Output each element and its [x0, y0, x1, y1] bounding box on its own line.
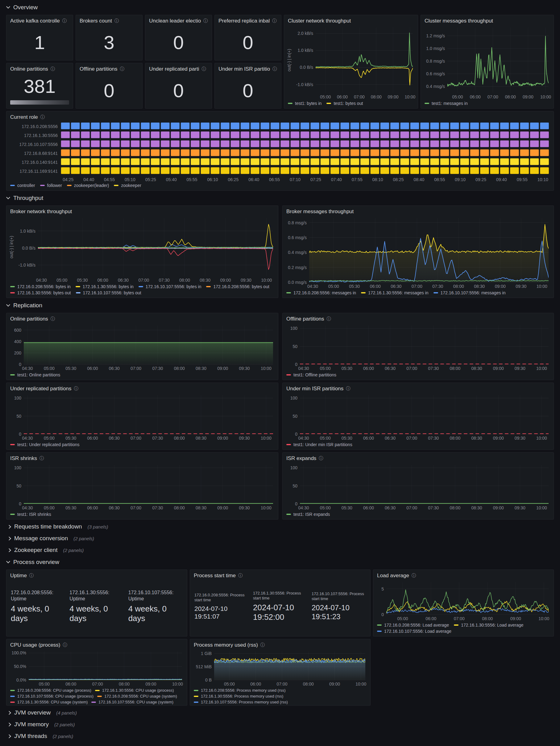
legend-item[interactable]: test1: Offline partitions	[286, 372, 336, 377]
legend-item[interactable]: 172.16.10.107:5556: bytes out	[76, 290, 141, 295]
section-jvm-overview[interactable]: JVM overview (4 panels)	[6, 708, 554, 717]
process-start-stat: 172.16.1.30:5556: Process start time 202…	[253, 580, 307, 633]
legend-item[interactable]: 172.16.1.30:5556: messages in	[361, 290, 428, 295]
process-start-stat: 172.16.10.107:5556: Process start time 2…	[312, 580, 366, 633]
legend-item[interactable]: 172.16.0.208:5556: CPU usage (system)	[97, 694, 177, 698]
svg-text:07:00: 07:00	[276, 682, 287, 686]
cluster-messages-chart[interactable]: 0.4 msg/s0.6 msg/s0.8 msg/s1.0 msg/s1.2 …	[423, 25, 552, 100]
legend-item[interactable]: 172.16.0.208:5556: bytes out	[206, 284, 269, 289]
under-min-isr-chart[interactable]: 05010004:3005:0005:3006:0006:3007:0007:3…	[284, 393, 552, 441]
legend-item[interactable]: 172.16.1.30:5556: Process memory used (r…	[194, 694, 283, 698]
section-overview[interactable]: Overview	[6, 2, 554, 12]
svg-text:10:00: 10:00	[261, 436, 272, 440]
legend-item[interactable]: zookeeper	[114, 183, 141, 188]
section-zookeeper-client[interactable]: Zookeeper client (2 panels)	[6, 545, 554, 555]
offline-partitions-chart[interactable]: 05010004:3005:0005:3006:0006:3007:0007:3…	[284, 323, 552, 372]
info-icon[interactable]: ⓘ	[412, 573, 416, 578]
info-icon[interactable]: ⓘ	[63, 642, 67, 648]
legend-item[interactable]: 172.16.10.107:5556: messages in	[433, 290, 506, 295]
section-requests-time-breakdown[interactable]: Requests time breakdown (3 panels)	[6, 522, 554, 531]
info-icon[interactable]: ⓘ	[272, 18, 276, 24]
isr-shrinks-chart[interactable]: 05010004:3005:0005:3006:0006:3007:0007:3…	[8, 462, 276, 511]
section-jvm-threads[interactable]: JVM threads (2 panels)	[6, 731, 554, 741]
panel-title: Cluster messages throughput	[424, 18, 493, 24]
legend-item[interactable]: 172.16.10.107:5556: Load average	[377, 629, 451, 634]
info-icon[interactable]: ⓘ	[319, 456, 323, 461]
panel-header: Uptimeⓘ	[6, 570, 187, 580]
legend-item[interactable]: 172.16.0.208:5556: messages in	[286, 290, 356, 295]
legend-swatch	[10, 701, 15, 703]
legend-swatch	[10, 696, 15, 697]
legend-item[interactable]: follower	[40, 183, 62, 188]
info-icon[interactable]: ⓘ	[203, 18, 208, 24]
legend-item[interactable]: 172.16.10.107:5556: Process memory used …	[194, 700, 288, 705]
legend-item[interactable]: 172.16.10.107:5556: CPU usage (process)	[10, 694, 93, 698]
legend-item[interactable]: 172.16.1.30:5556: CPU usage (system)	[10, 700, 88, 705]
info-icon[interactable]: ⓘ	[51, 316, 55, 322]
legend-item[interactable]: test1: Under min ISR partitions	[286, 442, 352, 447]
legend-item[interactable]: zookeeper(leader)	[67, 183, 109, 188]
broker-messages-chart[interactable]: 0.0 msg/s0.2 msg/s0.4 msg/s0.6 msg/s0.8 …	[284, 216, 552, 290]
info-icon[interactable]: ⓘ	[74, 386, 78, 392]
svg-text:10:00: 10:00	[356, 682, 366, 686]
info-icon[interactable]: ⓘ	[114, 18, 119, 24]
legend-item[interactable]: 172.16.1.30:5556: bytes in	[76, 284, 134, 289]
cluster-network-chart[interactable]: -1.0 kB/s0.0 B/s1.0 kB/s2.0 kB/s05:0006:…	[286, 25, 416, 100]
section-process-overview[interactable]: Process overview	[6, 557, 554, 567]
svg-text:0.6 msg/s: 0.6 msg/s	[288, 235, 307, 240]
info-icon[interactable]: ⓘ	[62, 18, 67, 24]
chevron-right-icon	[7, 711, 11, 715]
section-title-overview: Overview	[13, 4, 38, 11]
legend-item[interactable]: 172.16.0.208:5556: Process memory used (…	[194, 688, 286, 693]
legend-item[interactable]: 172.16.1.30:5556: Load average	[454, 623, 523, 628]
isr-expands-chart[interactable]: 05010004:3005:0005:3006:0006:3007:0007:3…	[284, 462, 552, 511]
info-icon[interactable]: ⓘ	[346, 386, 350, 392]
svg-text:09:00: 09:00	[217, 505, 228, 510]
info-icon[interactable]: ⓘ	[202, 66, 206, 72]
info-icon[interactable]: ⓘ	[40, 114, 45, 120]
legend-item[interactable]: 172.16.1.30:5556: CPU usage (process)	[95, 688, 174, 693]
svg-text:08:30: 08:30	[472, 505, 482, 510]
current-role-timeline[interactable]: 172.16.0.208:5556172.16.1.30:5556172.16.…	[8, 121, 552, 182]
section-message-conversion[interactable]: Message conversion (2 panels)	[6, 534, 554, 543]
panel-title: Cluster network throughput	[288, 18, 351, 24]
memory-rss-chart[interactable]: 0 B512 MiB1 GiB05:0006:0007:0008:0009:00…	[192, 649, 368, 687]
info-icon[interactable]: ⓘ	[120, 66, 124, 72]
legend-item[interactable]: 172.16.0.208:5556: bytes in	[10, 284, 71, 289]
panel-online-partitions: Online partitionsⓘ 020040060004:3005:000…	[6, 313, 278, 380]
legend-item[interactable]: test1: ISR expands	[286, 512, 330, 517]
section-jvm-memory[interactable]: JVM memory (2 panels)	[6, 720, 554, 729]
cpu-usage-chart[interactable]: 0.0%50.0%100.0%05:0006:0007:0008:0009:00…	[8, 649, 185, 687]
legend-item[interactable]: test1: Online partitions	[10, 372, 60, 377]
broker-network-chart[interactable]: -1.0 kB/s0.0 B/s1.0 kB/s04:3005:0005:300…	[8, 216, 276, 284]
svg-text:0.8 msg/s: 0.8 msg/s	[426, 59, 445, 63]
svg-text:06:00: 06:00	[97, 278, 108, 283]
legend-item[interactable]: 172.16.10.107:5556: bytes in	[139, 284, 201, 289]
online-partitions-chart[interactable]: 020040060004:3005:0005:3006:0006:3007:00…	[8, 323, 276, 372]
info-icon[interactable]: ⓘ	[51, 66, 55, 72]
legend-swatch	[10, 185, 15, 186]
legend-item[interactable]: test1: bytes out	[327, 101, 363, 106]
legend-item[interactable]: test1: ISR shrinks	[10, 512, 51, 517]
legend-item[interactable]: 172.16.1.30:5556: bytes out	[10, 290, 71, 295]
legend-item[interactable]: 172.16.10.107:5556: CPU usage (system)	[91, 700, 173, 705]
panel-title: Under min ISR partitio	[219, 66, 270, 72]
legend-item[interactable]: 172.16.0.208:5556: Load average	[377, 623, 449, 628]
svg-text:04:30: 04:30	[307, 284, 318, 289]
legend-item[interactable]: controller	[10, 183, 35, 188]
legend-item[interactable]: 172.16.0.208:5556: CPU usage (process)	[10, 688, 91, 693]
section-throughput[interactable]: Throughput	[6, 193, 554, 203]
info-icon[interactable]: ⓘ	[327, 316, 331, 322]
legend-item[interactable]: test1: messages in	[424, 101, 468, 106]
info-icon[interactable]: ⓘ	[39, 456, 44, 461]
section-replication[interactable]: Replication	[6, 300, 554, 310]
legend-item[interactable]: test1: Under replicated partitions	[10, 442, 80, 447]
under-replicated-chart[interactable]: 05010004:3005:0005:3006:0006:3007:0007:3…	[8, 393, 276, 441]
info-icon[interactable]: ⓘ	[273, 66, 277, 72]
info-icon[interactable]: ⓘ	[260, 642, 265, 648]
svg-text:06:00: 06:00	[470, 94, 481, 99]
load-average-chart[interactable]: 0505:0006:0007:0008:0009:0010:00	[375, 580, 552, 622]
info-icon[interactable]: ⓘ	[29, 573, 34, 578]
legend-item[interactable]: test1: bytes in	[288, 101, 321, 106]
info-icon[interactable]: ⓘ	[238, 573, 243, 578]
